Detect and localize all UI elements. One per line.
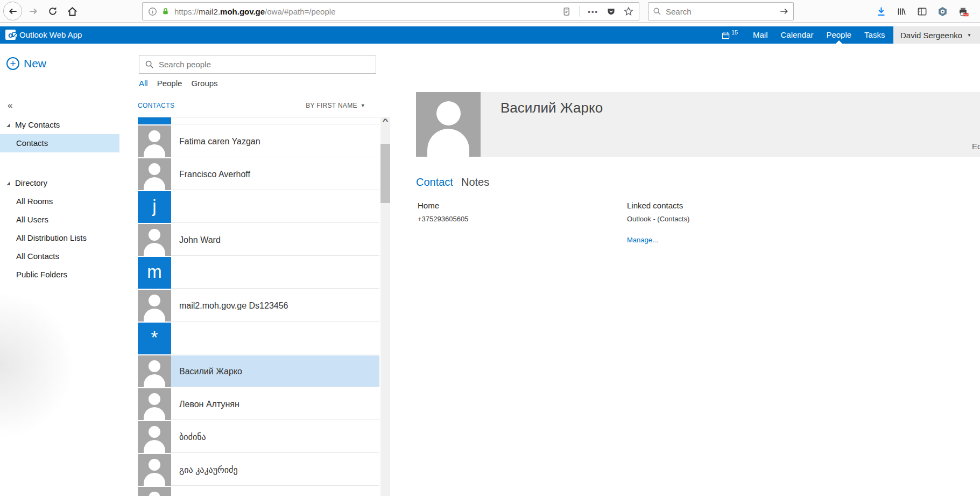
nav-people[interactable]: People <box>826 26 851 44</box>
letter-tile-row[interactable]: j <box>137 191 379 224</box>
contact-name: mail2.moh.gov.ge Ds123456 <box>171 290 379 322</box>
list-scrollbar[interactable]: ^ <box>380 117 390 496</box>
folder-label: Public Folders <box>16 270 67 279</box>
browser-search-bar[interactable] <box>648 2 794 20</box>
folder-all-distribution-lists[interactable]: All Distribution Lists <box>0 229 119 247</box>
extension-eye-icon[interactable] <box>937 6 948 17</box>
selected-tab-notch-icon <box>836 40 842 44</box>
pocket-icon[interactable] <box>607 7 616 16</box>
outlook-logo-icon[interactable]: o <box>5 30 16 40</box>
edit-contact-link[interactable]: Edit <box>972 142 980 151</box>
bookmark-star-icon[interactable] <box>624 6 633 16</box>
letter-tile-row[interactable]: * <box>137 323 379 355</box>
folder-all-rooms[interactable]: All Rooms <box>0 192 119 211</box>
folder-all-contacts[interactable]: All Contacts <box>0 247 119 266</box>
contact-name: Fatima caren Yazgan <box>171 125 379 157</box>
filter-groups[interactable]: Groups <box>191 79 217 88</box>
expander-icon[interactable] <box>6 181 10 185</box>
folder-directory[interactable]: Directory <box>0 174 119 192</box>
contact-row[interactable] <box>137 487 379 496</box>
contact-row[interactable]: mail2.moh.gov.ge Ds123456 <box>137 290 379 323</box>
new-contact-button[interactable]: + New <box>6 57 46 70</box>
print-pdf-icon[interactable]: PDF <box>958 6 969 17</box>
https-lock-icon[interactable] <box>161 7 170 16</box>
owa-top-bar: o Outlook Web App 15 MailCalendarPeopleT… <box>0 26 893 44</box>
tree-spacer <box>0 152 119 174</box>
home-icon <box>67 6 77 17</box>
chevron-down-icon: ▼ <box>361 103 365 108</box>
folder-label: All Rooms <box>16 197 53 206</box>
contact-name <box>171 117 379 124</box>
search-people-box[interactable] <box>139 55 376 74</box>
reader-mode-icon[interactable] <box>562 7 571 16</box>
user-menu[interactable]: David Sergeenko ▼ <box>893 26 980 44</box>
letter-tile: j <box>138 191 171 223</box>
avatar <box>138 290 171 322</box>
downloads-icon[interactable] <box>876 6 886 17</box>
letter-glyph: m <box>147 263 162 281</box>
app-title: Outlook Web App <box>19 26 82 44</box>
sort-by-dropdown[interactable]: BY FIRST NAME▼ <box>306 102 365 109</box>
contacts-heading: CONTACTS <box>138 102 174 109</box>
search-go-icon[interactable] <box>779 6 789 16</box>
calendar-peek-button[interactable]: 15 <box>722 26 738 44</box>
browser-back-button[interactable] <box>3 2 22 20</box>
folder-label: Directory <box>15 178 47 187</box>
expander-icon[interactable] <box>6 123 10 127</box>
nav-tasks[interactable]: Tasks <box>864 26 885 44</box>
folder-label: All Distribution Lists <box>16 233 87 242</box>
letter-tile: m <box>138 257 171 289</box>
arrow-right-icon <box>29 6 38 16</box>
avatar <box>138 421 171 453</box>
contact-display-name: Василий Жарко <box>500 100 603 116</box>
user-name: David Sergeenko <box>900 31 962 40</box>
contact-row[interactable]: გია კაკაურიძე <box>137 454 379 487</box>
filter-people[interactable]: People <box>157 79 182 88</box>
contact-row[interactable]: Левон Алтунян <box>137 388 379 421</box>
search-input[interactable] <box>666 7 779 16</box>
avatar <box>138 224 171 256</box>
contact-name: Левон Алтунян <box>171 388 379 420</box>
avatar <box>138 454 171 486</box>
browser-forward-button[interactable] <box>27 5 40 18</box>
collapse-pane-icon[interactable]: « <box>8 100 12 111</box>
browser-home-button[interactable] <box>66 5 79 18</box>
folder-all-users[interactable]: All Users <box>0 211 119 229</box>
contact-row[interactable]: ბიძინა <box>137 421 379 454</box>
contact-row[interactable]: Fatima caren Yazgan <box>137 125 379 158</box>
nav-calendar[interactable]: Calendar <box>781 26 814 44</box>
folder-contacts[interactable]: Contacts <box>0 134 119 152</box>
library-icon[interactable] <box>897 6 907 17</box>
filter-all[interactable]: All <box>139 79 148 88</box>
search-people-input[interactable] <box>159 60 370 69</box>
tab-contact[interactable]: Contact <box>416 176 453 188</box>
page-actions-icon[interactable]: ••• <box>588 8 598 16</box>
manage-link[interactable]: Manage... <box>627 236 689 244</box>
sidebars-icon[interactable] <box>917 6 927 17</box>
browser-reload-button[interactable] <box>46 5 59 18</box>
svg-text:PDF: PDF <box>964 13 969 16</box>
contact-row[interactable]: Василий Жарко <box>137 355 379 388</box>
calendar-day-badge: 15 <box>731 30 738 36</box>
list-header: CONTACTS BY FIRST NAME▼ <box>138 102 379 111</box>
site-info-icon[interactable] <box>148 7 157 16</box>
avatar <box>138 355 171 387</box>
letter-glyph: j <box>152 197 156 215</box>
nav-mail[interactable]: Mail <box>753 26 768 44</box>
letter-tile-row[interactable] <box>137 117 379 125</box>
scroll-up-arrow[interactable]: ^ <box>378 117 393 127</box>
folder-label: My Contacts <box>15 120 60 129</box>
phone-section: Home +375293605605 <box>418 201 468 223</box>
url-bar[interactable]: https://mail2.moh.gov.ge/owa/#path=/peop… <box>142 2 639 20</box>
tab-notes[interactable]: Notes <box>461 176 489 188</box>
folder-my-contacts[interactable]: My Contacts <box>0 116 119 134</box>
search-icon <box>145 60 154 69</box>
contact-row[interactable]: Francisco Averhoff <box>137 158 379 191</box>
linked-contacts-value: Outlook - (Contacts) <box>627 215 689 223</box>
scrollbar-thumb[interactable] <box>380 144 390 203</box>
contact-row[interactable]: John Ward <box>137 224 379 257</box>
outlook-web-app-window: https://mail2.moh.gov.ge/owa/#path=/peop… <box>0 0 980 496</box>
arrow-left-icon <box>8 6 18 16</box>
folder-public-folders[interactable]: Public Folders <box>0 266 119 284</box>
letter-tile-row[interactable]: m <box>137 257 379 290</box>
